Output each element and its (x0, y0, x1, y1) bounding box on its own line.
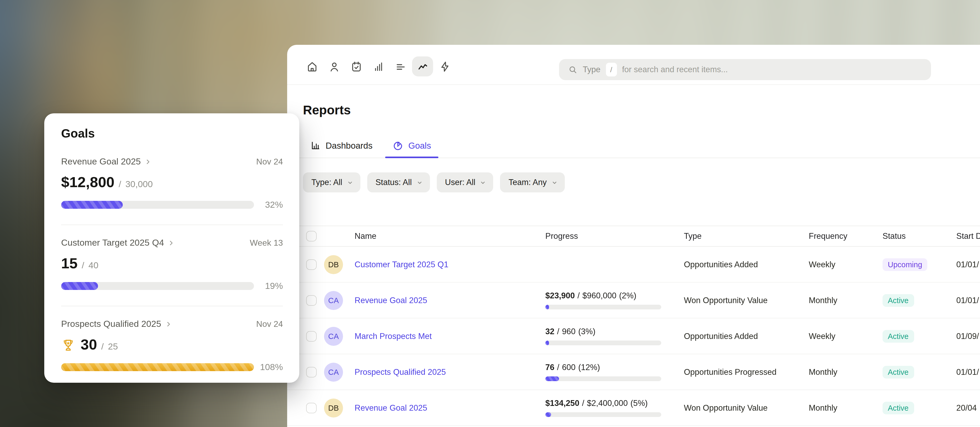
progress-percent: (12%) (578, 363, 600, 372)
column-header-frequency: Frequency (809, 231, 883, 241)
progress-bar-fill (545, 341, 549, 345)
goal-item: Prospects Qualified 2025 Nov 24 30 / 25 … (61, 319, 283, 371)
avatar: DB (324, 255, 343, 274)
card-title: Goals (61, 126, 283, 141)
progress-bar-fill (545, 412, 551, 417)
progress-current: $134,250 (545, 398, 579, 408)
progress-current: 76 (545, 363, 555, 372)
search-placeholder: for search and recent items... (622, 65, 728, 74)
filter-status[interactable]: Status: All (367, 172, 430, 193)
goal-link[interactable]: Revenue Goal 2025 (61, 156, 152, 167)
column-header-name: Name (355, 231, 545, 241)
row-checkbox[interactable] (306, 403, 317, 413)
filter-label: User: All (445, 178, 475, 187)
value-separator: / (578, 291, 580, 301)
chevron-right-icon (168, 239, 175, 247)
table-row[interactable]: DB Revenue Goal 2025 $134,250 / $2,400,0… (287, 390, 980, 426)
goal-divider (61, 225, 283, 225)
select-all-checkbox[interactable] (306, 231, 317, 241)
row-checkbox[interactable] (306, 259, 317, 270)
value-separator: / (119, 179, 121, 190)
start-date-cell: 01/01/ (956, 260, 980, 269)
trophy-icon (61, 338, 75, 352)
goals-table: Name Progress Type Frequency Status Star… (287, 226, 980, 427)
progress-percent: (3%) (578, 327, 595, 336)
filter-user[interactable]: User: All (436, 172, 493, 193)
goal-name-link[interactable]: March Prospects Met (355, 331, 432, 340)
search-input[interactable]: Type / for search and recent items... (559, 59, 931, 80)
search-prefix: Type (583, 65, 600, 74)
frequency-cell: Monthly (809, 403, 883, 413)
goal-link[interactable]: Customer Target 2025 Q4 (61, 238, 175, 248)
type-cell: Opportunities Progressed (684, 367, 809, 377)
goal-link[interactable]: Prospects Qualified 2025 (61, 319, 172, 330)
goal-target-icon (393, 140, 404, 151)
list-icon[interactable] (394, 60, 407, 73)
progress-target: $2,400,000 (587, 398, 628, 408)
filter-type[interactable]: Type: All (303, 172, 360, 193)
filter-bar: Type: All Status: All User: All Team: An… (303, 172, 565, 193)
goal-name-link[interactable]: Revenue Goal 2025 (355, 295, 427, 304)
tab-bar: Dashboards Goals (287, 133, 980, 158)
goal-target-value: 25 (108, 342, 118, 352)
progress-cell: 76 / 600 (12%) (545, 363, 684, 381)
table-row[interactable]: CA March Prospects Met 32 / 960 (3%) Opp… (287, 319, 980, 354)
tab-label: Dashboards (326, 140, 372, 150)
frequency-cell: Monthly (809, 367, 883, 377)
goal-name-link[interactable]: Revenue Goal 2025 (355, 403, 427, 412)
status-badge: Active (883, 330, 914, 343)
avatar: DB (324, 398, 343, 417)
row-checkbox[interactable] (306, 331, 317, 341)
avatar: CA (324, 362, 343, 381)
column-header-status: Status (883, 231, 956, 241)
people-icon[interactable] (327, 60, 341, 73)
frequency-cell: Weekly (809, 331, 883, 341)
chevron-right-icon (144, 158, 152, 166)
chevron-down-icon (416, 179, 423, 186)
nav-icon-row (305, 60, 452, 73)
progress-bar (545, 376, 661, 381)
row-checkbox[interactable] (306, 366, 317, 377)
progress-cell: $134,250 / $2,400,000 (5%) (545, 398, 684, 417)
progress-target: $960,000 (582, 291, 616, 301)
tab-dashboards[interactable]: Dashboards (303, 133, 380, 158)
start-date-cell: 01/01/ (956, 295, 980, 305)
goal-name-link[interactable]: Customer Target 2025 Q1 (355, 260, 449, 269)
bar-chart-icon[interactable] (371, 60, 385, 73)
goal-value-row: 30 / 25 (61, 336, 283, 354)
tab-goals[interactable]: Goals (385, 133, 438, 158)
column-header-type: Type (684, 231, 809, 241)
progress-current: $23,900 (545, 291, 575, 301)
progress-percent: (5%) (630, 398, 648, 408)
goal-date: Nov 24 (256, 157, 283, 167)
filter-team[interactable]: Team: Any (500, 172, 565, 193)
table-row[interactable]: CA Revenue Goal 2025 $23,900 / $960,000 … (287, 282, 980, 319)
lightning-icon[interactable] (438, 60, 452, 73)
row-checkbox[interactable] (306, 295, 317, 306)
goal-date: Nov 24 (256, 319, 283, 329)
top-toolbar: Type / for search and recent items... (287, 45, 980, 85)
value-separator: / (101, 342, 103, 352)
chevron-down-icon (551, 179, 558, 186)
goal-item: Customer Target 2025 Q4 Week 13 15 / 40 … (61, 238, 283, 290)
goal-progress-row: 32% (61, 201, 283, 209)
progress-percent: (2%) (619, 291, 636, 301)
table-row[interactable]: DB Customer Target 2025 Q1 Opportunities… (287, 247, 980, 282)
search-icon (568, 65, 578, 74)
value-separator: / (82, 260, 84, 271)
goal-name-link[interactable]: Prospects Qualified 2025 (355, 367, 446, 376)
trend-icon[interactable] (412, 56, 433, 76)
status-badge: Upcoming (883, 258, 928, 271)
progress-bar (545, 341, 661, 345)
progress-target: 600 (562, 363, 576, 372)
progress-bar-fill (545, 376, 559, 381)
progress-current: 32 (545, 327, 555, 336)
goal-progress-fill (61, 282, 98, 290)
goal-name: Prospects Qualified 2025 (61, 319, 161, 330)
avatar: CA (324, 291, 343, 310)
app-window: Type / for search and recent items... Re… (287, 45, 980, 427)
calendar-check-icon[interactable] (349, 60, 363, 73)
table-row[interactable]: CA Prospects Qualified 2025 76 / 600 (12… (287, 354, 980, 390)
home-icon[interactable] (305, 60, 319, 73)
goal-target-value: 30,000 (126, 179, 153, 190)
